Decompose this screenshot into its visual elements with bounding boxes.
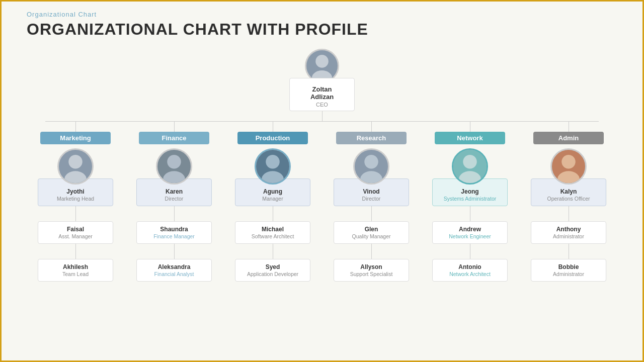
dept-l3-production: Syed Application Developer [235,259,310,282]
dept-avatar-finance [156,148,192,185]
dept-l3-admin: Bobbie Administrator [531,259,606,282]
dept-header-production: Production [237,132,308,144]
dept-avatar-production [255,148,291,185]
ceo-node: Zoltan Adlizan CEO [289,49,355,111]
header-subtitle: Organizational Chart [27,11,617,18]
dept-l2-production: Michael Software Architect [235,221,310,244]
dept-avatar-admin [550,148,587,185]
dept-l2-finance: Shaundra Finance Manager [136,221,212,244]
dept-header-finance: Finance [139,132,209,144]
dept-avatar-research [353,148,389,185]
ceo-title: CEO [300,102,344,108]
ceo-name: Zoltan Adlizan [300,85,344,101]
dept-admin: Admin Kalyn Operations Officer Anthony A… [523,122,614,282]
dept-l3-marketing: Akhilesh Team Lead [38,259,113,282]
dept-l3-finance: Aleksandra Financial Analyst [136,259,212,282]
header-title: ORGANIZATIONAL CHART WITH PROFILE [27,20,617,39]
ceo-vline [322,111,323,121]
dept-header-network: Network [435,132,505,144]
org-chart: Zoltan Adlizan CEO Marketing Jyothi Mark… [2,49,642,282]
dept-l2-network: Andrew Network Engineer [432,221,508,244]
dept-marketing: Marketing Jyothi Marketing Head Faisal A… [30,122,121,282]
dept-network: Network Jeong Systems Administrator Andr… [425,122,515,282]
dept-header-marketing: Marketing [40,132,111,144]
svg-point-16 [463,155,477,169]
dept-avatar-marketing [57,148,94,185]
dept-l2-admin: Anthony Administrator [531,221,606,244]
dept-l2-research: Glen Quality Manager [334,221,409,244]
dept-l3-research: Allyson Support Specialist [334,259,409,282]
dept-finance: Finance Karen Director Shaundra Finance … [129,122,219,282]
svg-point-1 [315,55,329,68]
dept-production: Production Agung Manager Michael Softwar… [227,122,318,282]
dept-avatar-network [452,148,488,185]
svg-point-19 [561,155,576,169]
departments-row: Marketing Jyothi Marketing Head Faisal A… [30,122,614,282]
svg-point-7 [167,155,181,169]
dept-research: Research Vinod Director Glen Quality Man… [326,122,417,282]
header: Organizational Chart ORGANIZATIONAL CHAR… [2,2,642,44]
ceo-box: Zoltan Adlizan CEO [289,78,355,111]
svg-point-10 [266,155,280,169]
dept-header-admin: Admin [533,132,604,144]
page-wrapper: Organizational Chart ORGANIZATIONAL CHAR… [2,2,642,282]
dept-header-research: Research [336,132,407,144]
dept-l3-network: Antonio Network Architect [432,259,508,282]
dept-l2-marketing: Faisal Asst. Manager [38,221,113,244]
svg-point-13 [364,155,378,169]
svg-point-4 [68,155,83,169]
